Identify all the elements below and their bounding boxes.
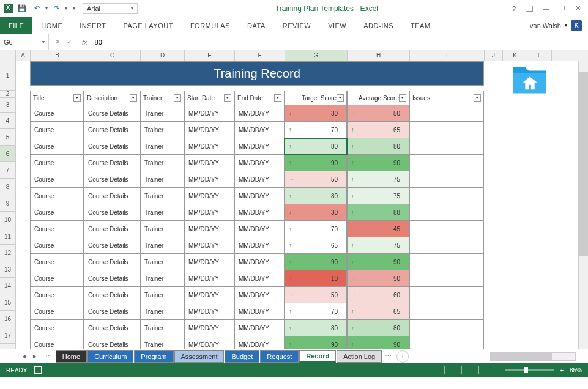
cell-end[interactable]: MM/DD/YY (234, 254, 285, 270)
cell-trainer[interactable]: Trainer (140, 138, 184, 155)
column-header-I[interactable]: I (410, 50, 485, 61)
column-header-E[interactable]: E (185, 50, 235, 61)
cell-start[interactable]: MM/DD/YY (184, 188, 234, 204)
cell-end[interactable]: MM/DD/YY (234, 221, 285, 237)
cell-average-score[interactable]: →45 (347, 221, 409, 237)
font-selector[interactable]: Arial ▾ (83, 3, 138, 14)
table-header-description[interactable]: Description▾ (84, 91, 140, 105)
cell-trainer[interactable]: Trainer (140, 270, 184, 287)
cell-start[interactable]: MM/DD/YY (184, 204, 234, 221)
row-header-12[interactable]: 12 (0, 245, 15, 261)
cell-end[interactable]: MM/DD/YY (234, 155, 285, 171)
ribbon-options-button[interactable] (526, 6, 533, 12)
cell-trainer[interactable]: Trainer (140, 204, 184, 221)
undo-button[interactable]: ↶ (31, 2, 43, 15)
row-header-15[interactable]: 15 (0, 294, 15, 311)
close-button[interactable]: ✕ (575, 4, 581, 12)
name-box[interactable]: G6 ▾ (0, 34, 49, 50)
column-header-L[interactable]: L (527, 50, 552, 61)
cell-trainer[interactable]: Trainer (140, 155, 184, 171)
cell-title[interactable]: Course (30, 320, 84, 336)
cell-target-score[interactable]: ↓10 (285, 270, 347, 287)
cell-end[interactable]: MM/DD/YY (234, 336, 285, 349)
sheet-tab-curriculum[interactable]: Curriculum (87, 350, 133, 363)
cell-desc[interactable]: Course Details (84, 254, 140, 270)
cell-issues[interactable] (409, 122, 484, 138)
user-name[interactable]: Ivan Walsh (528, 22, 561, 29)
cell-title[interactable]: Course (30, 138, 84, 155)
cell-average-score[interactable]: ↑75 (347, 188, 409, 204)
sheet-tab-home[interactable]: Home (56, 350, 87, 363)
cell-end[interactable]: MM/DD/YY (234, 320, 285, 336)
cell-target-score[interactable]: ↑70 (285, 122, 347, 138)
sheet-nav-prev[interactable]: ◄ (18, 353, 29, 360)
table-header-target-score[interactable]: Target Score▾ (285, 91, 347, 105)
row-header-16[interactable]: 16 (0, 311, 15, 327)
cell-average-score[interactable]: ↑90 (347, 254, 409, 270)
column-header-H[interactable]: H (348, 50, 410, 61)
cell-end[interactable]: MM/DD/YY (234, 204, 285, 221)
cell-target-score[interactable]: ↑70 (285, 221, 347, 237)
ribbon-tab-file[interactable]: FILE (0, 17, 32, 34)
row-header-13[interactable]: 13 (0, 261, 15, 278)
row-header-5[interactable]: 5 (0, 129, 15, 146)
sheet-nav-next[interactable]: ► (29, 353, 40, 360)
sheet-tab-action-log[interactable]: Action Log (337, 350, 382, 363)
normal-view-button[interactable] (444, 366, 455, 374)
cell-target-score[interactable]: ↑70 (285, 303, 347, 320)
ribbon-tab-insert[interactable]: INSERT (71, 17, 114, 34)
cell-trainer[interactable]: Trainer (140, 287, 184, 303)
cell-title[interactable]: Course (30, 270, 84, 287)
cell-average-score[interactable]: ↑75 (347, 237, 409, 254)
cell-issues[interactable] (409, 270, 484, 287)
sheet-tab-assessment[interactable]: Assessment (174, 350, 225, 363)
cell-start[interactable]: MM/DD/YY (184, 105, 234, 122)
table-header-title[interactable]: Title▾ (30, 91, 84, 105)
page-break-view-button[interactable] (478, 366, 489, 374)
column-header-F[interactable]: F (235, 50, 285, 61)
cell-issues[interactable] (409, 204, 484, 221)
ribbon-tab-data[interactable]: DATA (239, 17, 274, 34)
cell-target-score[interactable]: ↑80 (285, 188, 347, 204)
cell-trainer[interactable]: Trainer (140, 122, 184, 138)
maximize-button[interactable]: ☐ (559, 4, 565, 12)
cell-issues[interactable] (409, 303, 484, 320)
cell-start[interactable]: MM/DD/YY (184, 221, 234, 237)
cell-start[interactable]: MM/DD/YY (184, 287, 234, 303)
cell-target-score[interactable]: ↓30 (285, 105, 347, 122)
cell-title[interactable]: Course (30, 171, 84, 188)
row-header-2[interactable]: 2 (0, 91, 15, 98)
cell-issues[interactable] (409, 155, 484, 171)
column-header-A[interactable]: A (16, 50, 31, 61)
column-header-K[interactable]: K (503, 50, 527, 61)
qat-customize[interactable]: ▾ (70, 6, 75, 11)
page-layout-view-button[interactable] (461, 366, 472, 374)
column-header-G[interactable]: G (285, 50, 348, 61)
column-header-C[interactable]: C (84, 50, 141, 61)
table-header-start-date[interactable]: Start Date▾ (184, 91, 234, 105)
filter-icon[interactable]: ▾ (474, 94, 481, 102)
cell-trainer[interactable]: Trainer (140, 303, 184, 320)
filter-icon[interactable]: ▾ (174, 94, 181, 102)
fx-icon[interactable]: fx (78, 39, 91, 46)
cell-end[interactable]: MM/DD/YY (234, 270, 285, 287)
cell-start[interactable]: MM/DD/YY (184, 270, 234, 287)
user-badge[interactable]: K (571, 20, 582, 31)
cell-desc[interactable]: Course Details (84, 336, 140, 349)
save-button[interactable]: 💾 (16, 2, 28, 15)
cell-end[interactable]: MM/DD/YY (234, 138, 285, 155)
user-dropdown[interactable]: ▾ (565, 23, 567, 28)
cell-average-score[interactable]: ↑65 (347, 122, 409, 138)
cell-average-score[interactable]: →60 (347, 287, 409, 303)
row-header-8[interactable]: 8 (0, 179, 15, 195)
cell-desc[interactable]: Course Details (84, 138, 140, 155)
cell-target-score[interactable]: ↑80 (285, 138, 347, 155)
cell-start[interactable]: MM/DD/YY (184, 138, 234, 155)
cell-average-score[interactable]: ↑75 (347, 171, 409, 188)
redo-dropdown[interactable]: ▾ (65, 6, 67, 11)
row-header-11[interactable]: 11 (0, 228, 15, 245)
filter-icon[interactable]: ▾ (130, 94, 137, 102)
cell-target-score[interactable]: ↑80 (285, 320, 347, 336)
help-button[interactable]: ? (512, 5, 516, 12)
cell-title[interactable]: Course (30, 155, 84, 171)
